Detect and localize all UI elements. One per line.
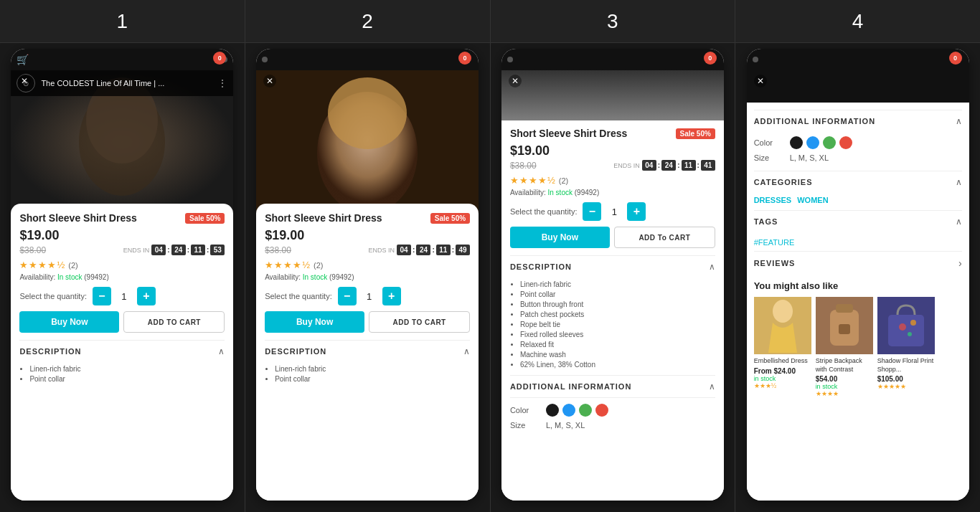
title-text: The COLDEST Line Of All Time | ...	[41, 79, 212, 87]
price-timer-row-1: $38.00 ENDS IN 04 : 24 : 11 : 53	[19, 245, 225, 255]
category-dresses[interactable]: DRESSES	[754, 196, 792, 204]
stock-status-1: In stock	[57, 273, 82, 281]
buy-now-button-3[interactable]: Buy Now	[510, 227, 610, 248]
additional-info-header-4[interactable]: ADDITIONAL INFORMATION ∧	[754, 110, 962, 132]
stars-1: ★★★★½	[19, 260, 65, 270]
close-button-4[interactable]: ✕	[754, 75, 767, 87]
quantity-decrease-1[interactable]: −	[93, 287, 111, 305]
ymal-price-2: $54.00	[816, 375, 873, 383]
add-to-cart-button-2[interactable]: ADD TO CART	[369, 311, 470, 333]
ends-in-label-2: ENDS IN	[369, 247, 395, 254]
phone-title-bar: ⊙ The COLDEST Line Of All Time | ... ⋮	[11, 70, 233, 96]
face-svg-2	[256, 70, 479, 214]
product-image-2: ✕	[256, 70, 479, 214]
reviews-chevron-right: ›	[958, 257, 962, 269]
size-values-4: L, M, S, XL	[790, 153, 829, 162]
buy-now-button-2[interactable]: Buy Now	[265, 311, 364, 333]
price-row-1: $19.00	[19, 228, 225, 243]
phone-2: 0 ✕	[256, 49, 479, 501]
quantity-increase-3[interactable]: +	[627, 202, 646, 221]
color-label-3: Color	[510, 406, 539, 414]
sale-badge-2: Sale 50%	[430, 213, 470, 224]
stock-qty-1: (99492)	[84, 273, 108, 281]
quantity-increase-2[interactable]: +	[382, 287, 401, 305]
ymal-item-1[interactable]: Embellished Dress From $24.00 in stock ★…	[754, 297, 811, 397]
color-red-3[interactable]	[595, 404, 608, 417]
close-button-2[interactable]: ✕	[263, 75, 276, 87]
timer-1: ENDS IN 04 : 24 : 11 : 53	[123, 245, 225, 255]
svg-point-5	[328, 77, 407, 149]
svg-rect-11	[839, 324, 850, 334]
color-green-4[interactable]	[823, 136, 836, 149]
column-3: 0 ✕ Short Sleeve Shirt Dress Sale 50% $1…	[491, 43, 736, 512]
column-number-3: 3	[491, 0, 736, 42]
quantity-value-1: 1	[117, 291, 131, 302]
size-label-4: Size	[754, 153, 783, 162]
additional-info-3: Color Size L, M, S, XL	[510, 397, 715, 440]
category-women[interactable]: WOMEN	[797, 196, 828, 204]
timer-s1-1: 11	[191, 245, 205, 255]
color-blue-3[interactable]	[562, 404, 575, 417]
price-row-2: $19.00	[265, 228, 470, 243]
buy-now-button-1[interactable]: Buy Now	[19, 311, 119, 333]
phone-4: 0 ✕ ADDITIONAL INFORMATION ∧ Color	[747, 49, 969, 501]
color-swatches-4	[790, 136, 852, 149]
notification-badge-4: 0	[949, 52, 962, 65]
tags-header-4[interactable]: TAGS ∧	[754, 210, 962, 232]
quantity-increase-1[interactable]: +	[137, 287, 156, 305]
quantity-decrease-3[interactable]: −	[583, 202, 601, 221]
size-values-3: L, M, S, XL	[546, 421, 585, 430]
color-label-4: Color	[754, 138, 783, 147]
close-button-3[interactable]: ✕	[509, 75, 522, 87]
product-image-3: ✕	[501, 70, 724, 128]
description-header-1[interactable]: DESCRIPTION ∧	[19, 340, 225, 362]
column-2: 0 ✕	[245, 43, 491, 512]
categories-header-4[interactable]: CATEGORIES ∧	[754, 171, 962, 193]
timer-h-1: 04	[151, 245, 166, 255]
color-swatches-3	[546, 404, 608, 417]
phone-1: 🛒 0	[11, 49, 233, 501]
description-header-3[interactable]: DESCRIPTION ∧	[510, 255, 715, 278]
color-red-4[interactable]	[839, 136, 852, 149]
menu-dots-icon[interactable]: ⋮	[217, 77, 227, 89]
quantity-decrease-2[interactable]: −	[338, 287, 357, 305]
price-original-2: $38.00	[265, 245, 291, 255]
color-black-4[interactable]	[790, 136, 803, 149]
ymal-image-1	[754, 297, 811, 354]
color-green-3[interactable]	[579, 404, 592, 417]
timer-block-1: 04 : 24 : 11 : 53	[151, 245, 225, 255]
svg-point-14	[899, 323, 906, 331]
add-to-cart-button-3[interactable]: ADD To CART	[614, 227, 715, 248]
ymal-stars-3: ★★★★★	[877, 383, 935, 390]
color-blue-4[interactable]	[806, 136, 819, 149]
status-indicator-2	[262, 57, 268, 62]
column-1: 🛒 0	[0, 43, 245, 512]
color-black-3[interactable]	[546, 404, 559, 417]
ymal-item-3[interactable]: Shadow Floral Print Shopp... $105.00 ★★★…	[877, 297, 935, 397]
product-name-3: Short Sleeve Shirt Dress	[510, 128, 627, 139]
ymal-price-3: $105.00	[877, 375, 935, 383]
product-name-2: Short Sleeve Shirt Dress	[265, 212, 382, 224]
column-number-2: 2	[245, 0, 491, 42]
size-label-3: Size	[510, 421, 539, 430]
tag-feature[interactable]: #FEATURE	[754, 238, 795, 247]
ymal-stars-1: ★★★½	[754, 382, 811, 389]
svg-point-16	[908, 332, 912, 336]
ymal-item-2[interactable]: Stripe Backpack with Contrast $54.00 in …	[816, 297, 873, 397]
price-current-1: $19.00	[19, 228, 59, 243]
svg-rect-10	[836, 304, 853, 313]
description-header-2[interactable]: DESCRIPTION ∧	[265, 340, 470, 362]
description-title-1: DESCRIPTION	[19, 347, 81, 356]
quantity-row-1: Select the quantity: − 1 +	[19, 287, 225, 305]
timer-m-1: 24	[171, 245, 186, 255]
header-row: 1 2 3 4	[0, 0, 980, 43]
product-image-4: ✕	[747, 70, 969, 103]
notification-badge: 0	[213, 52, 226, 65]
additional-info-header-3[interactable]: ADDITIONAL INFORMATION ∧	[510, 375, 715, 397]
add-to-cart-button-1[interactable]: ADD TO CART	[123, 311, 225, 333]
description-list-1: Linen-rich fabric Point collar	[19, 362, 225, 389]
review-count-2: (2)	[314, 261, 323, 270]
price-original-1: $38.00	[19, 245, 46, 255]
desc-item-1-2: Point collar	[29, 375, 225, 383]
reviews-section-4[interactable]: REVIEWS ›	[754, 251, 962, 275]
